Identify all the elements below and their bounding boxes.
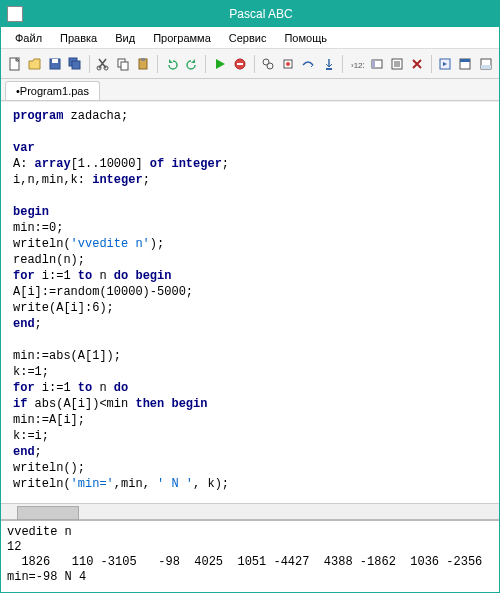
svg-rect-20 <box>372 60 375 68</box>
step-over-icon[interactable] <box>299 54 318 74</box>
watch-icon[interactable] <box>259 54 278 74</box>
paste-icon[interactable] <box>134 54 153 74</box>
menu-program[interactable]: Программа <box>145 30 219 46</box>
menu-help[interactable]: Помощь <box>276 30 335 46</box>
code-line: A: array[1..10000] of integer; <box>13 156 497 172</box>
horizontal-scrollbar[interactable] <box>1 503 499 519</box>
step-into-icon[interactable] <box>319 54 338 74</box>
code-line <box>13 124 497 140</box>
code-line: for i:=1 to n do begin <box>13 268 497 284</box>
svg-rect-26 <box>481 65 491 69</box>
redo-icon[interactable] <box>182 54 201 74</box>
menu-file[interactable]: Файл <box>7 30 50 46</box>
code-line: var <box>13 140 497 156</box>
code-line: k:=i; <box>13 428 497 444</box>
toolbar: ›123 <box>1 49 499 79</box>
close-icon[interactable] <box>408 54 427 74</box>
output-icon[interactable] <box>476 54 495 74</box>
code-editor[interactable]: program zadacha; varA: array[1..10000] o… <box>1 101 499 503</box>
undo-icon[interactable] <box>162 54 181 74</box>
code-line: min:=abs(A[1]); <box>13 348 497 364</box>
code-line: write(A[i]:6); <box>13 300 497 316</box>
menu-view[interactable]: Вид <box>107 30 143 46</box>
svg-rect-17 <box>326 68 332 70</box>
code-line <box>13 332 497 348</box>
svg-rect-12 <box>237 63 243 65</box>
new-file-icon[interactable] <box>5 54 24 74</box>
code-line <box>13 188 497 204</box>
output-line: min=-98 N 4 <box>7 570 493 585</box>
debug-icon[interactable] <box>279 54 298 74</box>
svg-point-16 <box>286 62 290 66</box>
code-line: begin <box>13 204 497 220</box>
output-line: vvedite n <box>7 525 493 540</box>
cut-icon[interactable] <box>94 54 113 74</box>
svg-point-14 <box>267 63 273 69</box>
code-line: if abs(A[i])<min then begin <box>13 396 497 412</box>
toolbar-separator <box>89 55 90 73</box>
output-panel[interactable]: vvedite n12 1826 110 -3105 -98 4025 1051… <box>1 519 499 593</box>
window-title: Pascal ABC <box>29 7 493 21</box>
options-icon[interactable] <box>387 54 406 74</box>
svg-text:›123: ›123 <box>351 61 364 70</box>
code-line: i,n,min,k: integer; <box>13 172 497 188</box>
code-line <box>13 492 497 503</box>
code-line: writeln('min=',min, ' N ', k); <box>13 476 497 492</box>
code-line: for i:=1 to n do <box>13 380 497 396</box>
code-line: A[i]:=random(10000)-5000; <box>13 284 497 300</box>
toolbar-separator <box>342 55 343 73</box>
code-line: k:=1; <box>13 364 497 380</box>
code-line: min:=0; <box>13 220 497 236</box>
tab-bar: •Program1.pas <box>1 79 499 101</box>
title-bar: Pascal ABC <box>1 1 499 27</box>
svg-rect-8 <box>121 62 128 70</box>
code-line: writeln(); <box>13 460 497 476</box>
exe-icon[interactable] <box>436 54 455 74</box>
toolbar-separator <box>254 55 255 73</box>
svg-rect-24 <box>460 59 470 62</box>
toolbar-separator <box>431 55 432 73</box>
app-icon <box>7 6 23 22</box>
code-line: program zadacha; <box>13 108 497 124</box>
stop-icon[interactable] <box>230 54 249 74</box>
font-size-icon[interactable]: ›123 <box>347 54 366 74</box>
toolbar-separator <box>205 55 206 73</box>
code-line: min:=A[i]; <box>13 412 497 428</box>
toolbar-separator <box>157 55 158 73</box>
open-file-icon[interactable] <box>25 54 44 74</box>
code-line: readln(n); <box>13 252 497 268</box>
run-icon[interactable] <box>210 54 229 74</box>
bookmark-icon[interactable] <box>367 54 386 74</box>
copy-icon[interactable] <box>114 54 133 74</box>
tab-program1[interactable]: •Program1.pas <box>5 81 100 100</box>
output-line: 1826 110 -3105 -98 4025 1051 -4427 4388 … <box>7 555 493 570</box>
svg-rect-4 <box>72 61 80 69</box>
code-line: end; <box>13 444 497 460</box>
menu-service[interactable]: Сервис <box>221 30 275 46</box>
save-all-icon[interactable] <box>65 54 84 74</box>
code-line: end; <box>13 316 497 332</box>
code-line: writeln('vvedite n'); <box>13 236 497 252</box>
save-icon[interactable] <box>45 54 64 74</box>
menu-edit[interactable]: Правка <box>52 30 105 46</box>
window-icon[interactable] <box>456 54 475 74</box>
svg-rect-2 <box>52 59 58 63</box>
output-line: 12 <box>7 540 493 555</box>
menu-bar: Файл Правка Вид Программа Сервис Помощь <box>1 27 499 49</box>
svg-rect-10 <box>141 58 145 61</box>
